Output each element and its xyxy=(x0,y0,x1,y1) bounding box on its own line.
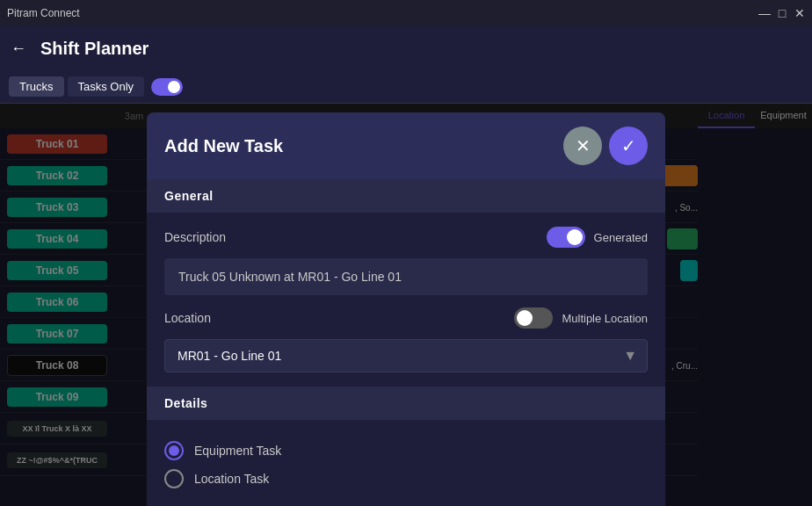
multiple-location-toggle[interactable] xyxy=(514,307,553,329)
description-label: Description xyxy=(164,230,226,244)
modal-action-buttons: ✕ ✓ xyxy=(563,126,648,165)
nav-toggle[interactable] xyxy=(151,78,183,96)
general-section-content: Description Generated Truck 05 Unknown a… xyxy=(147,213,665,387)
location-label: Location xyxy=(164,311,211,325)
modal-overlay: Add New Task ✕ ✓ General xyxy=(0,104,812,506)
back-button[interactable]: ← xyxy=(11,40,26,58)
description-field-right: Generated xyxy=(547,227,648,248)
details-section-content: Equipment Task Location Task Unit xyxy=(147,420,665,506)
equipment-task-radio[interactable] xyxy=(164,441,184,460)
cancel-button[interactable]: ✕ xyxy=(563,126,602,165)
equipment-task-radio-item[interactable]: Equipment Task xyxy=(164,441,648,460)
tab-trucks[interactable]: Trucks xyxy=(9,76,64,97)
modal-header: Add New Task ✕ ✓ xyxy=(147,112,665,179)
description-text: Truck 05 Unknown at MR01 - Go Line 01 xyxy=(178,270,402,284)
tab-tasks-only[interactable]: Tasks Only xyxy=(68,76,145,97)
app-name: Pitram Connect xyxy=(7,7,80,19)
content-area: Truck 01 Truck 02 Truck 03 Truck 04 Truc… xyxy=(0,104,812,506)
maximize-button[interactable]: □ xyxy=(777,8,787,18)
location-field-right: Multiple Location xyxy=(514,307,648,329)
title-bar: Pitram Connect — □ ✕ xyxy=(0,0,812,26)
minimize-button[interactable]: — xyxy=(759,8,770,18)
close-button[interactable]: ✕ xyxy=(794,8,805,18)
generated-toggle[interactable] xyxy=(547,227,585,248)
description-box: Truck 05 Unknown at MR01 - Go Line 01 xyxy=(164,258,648,295)
confirm-button[interactable]: ✓ xyxy=(609,126,648,165)
app-area: ← Shift Planner Trucks Tasks Only Truck … xyxy=(0,26,812,506)
window-controls: — □ ✕ xyxy=(759,8,805,18)
nav-bar: Trucks Tasks Only xyxy=(0,70,812,104)
location-dropdown[interactable]: MR01 - Go Line 01 xyxy=(164,339,648,372)
task-type-radio-group: Equipment Task Location Task xyxy=(164,434,648,495)
details-section-title: Details xyxy=(164,396,207,410)
general-section-header: General xyxy=(147,179,665,213)
location-task-radio-item[interactable]: Location Task xyxy=(164,469,648,488)
equipment-task-label: Equipment Task xyxy=(194,444,281,458)
details-section-header: Details xyxy=(147,387,665,420)
modal-title: Add New Task xyxy=(164,136,283,156)
description-row: Description Generated xyxy=(164,227,648,248)
location-task-radio[interactable] xyxy=(164,469,184,488)
page-title: Shift Planner xyxy=(40,39,149,59)
multiple-location-label: Multiple Location xyxy=(562,312,648,325)
location-dropdown-wrapper: MR01 - Go Line 01 ▼ xyxy=(164,339,648,372)
location-task-label: Location Task xyxy=(194,472,269,486)
app-header: ← Shift Planner xyxy=(0,26,812,70)
general-section-title: General xyxy=(164,189,214,203)
modal-body: General Description Generated xyxy=(147,179,665,506)
add-task-modal: Add New Task ✕ ✓ General xyxy=(147,112,665,506)
location-row: Location Multiple Location xyxy=(164,307,648,329)
generated-label: Generated xyxy=(594,231,648,244)
